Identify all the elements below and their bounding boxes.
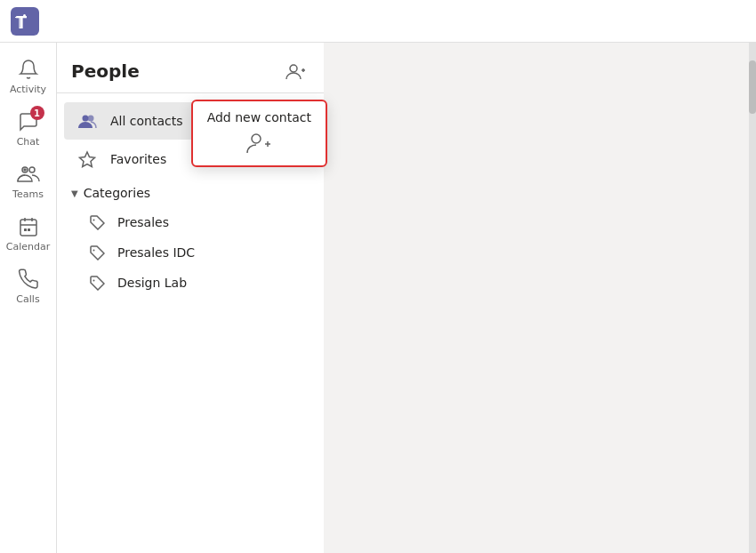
category-item-design-lab[interactable]: Design Lab [57,268,324,298]
tooltip-add-contact-icon [245,130,272,156]
chevron-down-icon: ▼ [71,188,78,198]
add-contact-button[interactable] [281,57,310,85]
people-header: People Add new contact [57,43,324,93]
categories-label: Categories [84,186,150,200]
sidebar-item-label-activity: Activity [10,84,46,95]
teams-icon [16,162,41,187]
chat-badge: 1 [30,106,44,120]
add-contact-tooltip: Add new contact [191,100,327,167]
main-layout: Activity 1 Chat [0,43,756,553]
category-item-presales-idc[interactable]: Presales IDC [57,237,324,268]
svg-rect-10 [20,220,36,236]
svg-point-9 [24,169,26,171]
scrollbar-thumb[interactable] [749,60,756,114]
chat-icon: 1 [16,109,41,134]
tag-icon-presales-idc [89,244,107,260]
svg-point-27 [93,280,95,282]
sidebar-item-label-calendar: Calendar [6,241,50,252]
svg-text:𝕋: 𝕋 [15,13,27,32]
people-actions: Add new contact [281,57,310,85]
title-bar: T 𝕋 [0,0,756,43]
contacts-icon [78,111,100,131]
sidebar-item-activity[interactable]: Activity [0,50,56,102]
add-contact-icon [286,61,305,81]
star-icon [78,150,100,168]
sidebar: Activity 1 Chat [0,43,57,553]
svg-point-16 [290,65,297,72]
svg-point-25 [93,220,95,221]
contact-name-favorites: Favorites [110,152,166,166]
scrollbar[interactable] [749,43,756,553]
category-item-presales[interactable]: Presales [57,207,324,237]
page-title: People [71,60,140,82]
sidebar-item-label-chat: Chat [17,136,40,148]
sidebar-item-chat[interactable]: 1 Chat [0,102,56,155]
svg-rect-14 [24,228,27,231]
category-name-presales: Presales [117,215,169,229]
svg-point-23 [88,116,94,122]
sidebar-item-calendar[interactable]: Calendar [0,207,56,260]
sidebar-item-teams[interactable]: Teams [0,155,56,207]
bell-icon [16,57,41,82]
tag-icon-presales [89,214,107,230]
svg-point-8 [29,167,35,172]
svg-point-26 [93,250,95,252]
calls-icon [16,267,41,292]
categories-section-header[interactable]: ▼ Categories [57,179,324,207]
category-name-presales-idc: Presales IDC [117,245,195,260]
calendar-icon [16,214,41,239]
tag-icon-design-lab [89,275,107,291]
people-panel: People Add new contact [57,43,324,553]
category-name-design-lab: Design Lab [117,276,187,290]
teams-logo-icon: T 𝕋 [11,7,39,36]
sidebar-item-label-calls: Calls [16,293,39,305]
sidebar-item-label-teams: Teams [12,188,44,200]
right-content-area [324,43,756,553]
sidebar-item-calls[interactable]: Calls [0,260,56,312]
svg-rect-15 [28,228,30,231]
tooltip-label: Add new contact [207,110,311,124]
svg-marker-24 [80,152,95,167]
svg-point-19 [252,134,261,143]
svg-point-22 [83,116,89,122]
contact-name-all: All contacts [110,114,183,128]
